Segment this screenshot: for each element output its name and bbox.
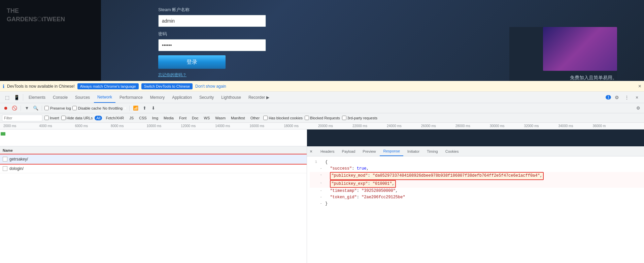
settings-gear-icon[interactable]: ⚙	[635, 105, 642, 112]
tab-sources[interactable]: Sources	[72, 92, 93, 103]
response-tab-bar: × Headers Payload Preview Response Initi…	[307, 146, 644, 156]
hide-data-urls-checkbox[interactable]: Hide data URLs	[61, 116, 93, 120]
tab-security[interactable]: Security	[196, 92, 217, 103]
username-label: Steam 帐户名称	[158, 7, 333, 13]
tab-preview[interactable]: Preview	[359, 146, 379, 156]
filter-other[interactable]: Other	[249, 116, 262, 120]
item-checkbox-getrsakey[interactable]	[3, 157, 7, 162]
tab-response[interactable]: Response	[380, 146, 403, 156]
tab-headers[interactable]: Headers	[317, 146, 338, 156]
match-language-button[interactable]: Always match Chrome's language	[77, 83, 139, 89]
login-button[interactable]: 登录	[158, 55, 226, 69]
device-icon[interactable]: 📱	[12, 93, 21, 102]
blocked-requests-checkbox[interactable]: Blocked Requests	[305, 116, 340, 120]
has-blocked-cookies-checkbox[interactable]: Has blocked cookies	[263, 116, 303, 120]
filter-wasm[interactable]: Wasm	[213, 116, 227, 120]
hide-data-label: Hide data URLs	[67, 116, 93, 120]
throttle-label: No throttling	[103, 106, 123, 110]
filter-img[interactable]: Img	[150, 116, 160, 120]
notification-close-button[interactable]: ×	[638, 83, 641, 89]
filter-bar: Invert Hide data URLs All Fetch/XHR JS C…	[0, 113, 644, 123]
filter-css[interactable]: CSS	[137, 116, 148, 120]
tab-separator	[23, 94, 23, 101]
forgot-password-link[interactable]: 忘记你的密码？	[158, 72, 333, 78]
line-num-4	[310, 180, 320, 186]
tab-initiator[interactable]: Initiator	[404, 146, 423, 156]
tab-memory[interactable]: Memory	[147, 92, 168, 103]
more-options-icon[interactable]: ⋮	[622, 93, 631, 102]
filter-media[interactable]: Media	[162, 116, 175, 120]
search-button[interactable]: 🔍	[32, 105, 39, 112]
line-content-4	[325, 180, 330, 186]
filter-button[interactable]: ▼	[23, 105, 31, 112]
line-colon-4: :	[368, 181, 372, 186]
line-val-4: "010001"	[373, 181, 392, 186]
network-list-item-dologin[interactable]: dologin/	[0, 164, 307, 173]
tick-10000: 10000 ms	[146, 124, 161, 128]
tab-performance[interactable]: Performance	[116, 92, 146, 103]
cursor-icon[interactable]: ⬚	[3, 93, 11, 102]
tab-application[interactable]: Application	[169, 92, 195, 103]
response-panel-close[interactable]: ×	[310, 149, 312, 154]
close-devtools-icon[interactable]: ×	[633, 93, 641, 102]
line-key-2: "success"	[330, 166, 352, 172]
item-checkbox-dologin[interactable]	[3, 166, 7, 171]
throttle-dropdown-icon[interactable]: ▼	[123, 106, 127, 110]
line-content-1: {	[325, 159, 328, 166]
filter-all[interactable]: All	[95, 116, 102, 120]
tick-24000: 24000 ms	[387, 124, 402, 128]
tab-payload[interactable]: Payload	[339, 146, 359, 156]
line-content-2	[325, 166, 330, 172]
tab-elements[interactable]: Elements	[25, 92, 49, 103]
line-num-7	[310, 201, 320, 207]
line-content-6	[325, 194, 330, 201]
dont-show-again-link[interactable]: Don't show again	[195, 84, 226, 89]
filter-doc[interactable]: Doc	[190, 116, 200, 120]
filter-manifest[interactable]: Manifest	[229, 116, 247, 120]
clear-button[interactable]: 🚫	[11, 105, 18, 112]
tab-cookies[interactable]: Cookies	[442, 146, 462, 156]
tick-8000: 8000 ms	[111, 124, 124, 128]
filter-font[interactable]: Font	[177, 116, 188, 120]
line-comma-2: ,	[366, 166, 369, 172]
tab-bar-right: 1 ⚙ ⋮ ×	[606, 93, 641, 102]
download-icon[interactable]: ⬇	[149, 105, 157, 112]
resp-line-1: 1 {	[310, 159, 644, 166]
line-comma-5: ,	[396, 188, 398, 194]
third-party-checkbox[interactable]: 3rd-party requests	[342, 116, 377, 120]
record-button[interactable]: ⏺	[2, 105, 9, 112]
preserve-log-checkbox[interactable]	[44, 106, 49, 110]
filter-js[interactable]: JS	[128, 116, 135, 120]
steam-promo: 免费加入且简单易用。	[509, 27, 617, 81]
password-input[interactable]	[158, 39, 266, 51]
tab-lighthouse[interactable]: Lighthouse	[218, 92, 244, 103]
tab-recorder[interactable]: Recorder ▶	[245, 92, 273, 103]
devtools-tab-bar: ⬚ 📱 Elements Console Sources Network Per…	[0, 92, 644, 103]
tab-network[interactable]: Network	[94, 92, 115, 103]
network-list-item-getrsakey[interactable]: getrsakey/	[0, 154, 307, 164]
invert-checkbox[interactable]: Invert	[44, 116, 59, 120]
upload-icon[interactable]: ⬆	[141, 105, 148, 112]
switch-devtools-button[interactable]: Switch DevTools to Chinese	[141, 83, 193, 89]
highlight-publickey-exp: "publickey_exp": "010001",	[330, 180, 396, 188]
disable-cache-label[interactable]: Disable cache	[72, 106, 101, 110]
tab-timing[interactable]: Timing	[423, 146, 441, 156]
wifi-icon[interactable]: 📶	[132, 105, 139, 112]
tab-console[interactable]: Console	[49, 92, 71, 103]
username-input[interactable]	[158, 15, 266, 27]
line-comma-3: ,	[540, 173, 542, 178]
preserve-log-label[interactable]: Preserve log	[44, 106, 71, 110]
tick-30000: 30000 ms	[490, 124, 505, 128]
filter-ws[interactable]: WS	[202, 116, 212, 120]
devtools-notification-bar: ℹ DevTools is now available in Chinese! …	[0, 81, 644, 92]
password-label: 密码	[158, 31, 333, 37]
item-name-dologin: dologin/	[9, 166, 24, 171]
filter-fetch-xhr[interactable]: Fetch/XHR	[104, 116, 126, 120]
disable-cache-checkbox[interactable]	[72, 106, 77, 110]
settings-icon[interactable]: ⚙	[612, 93, 621, 102]
line-val-6: "2ae206fcc29125be"	[362, 194, 405, 201]
filter-input[interactable]	[2, 115, 42, 121]
line-content-7: }	[325, 201, 328, 207]
tick-36000: 36000 m	[592, 124, 606, 128]
tick-12000: 12000 ms	[181, 124, 196, 128]
